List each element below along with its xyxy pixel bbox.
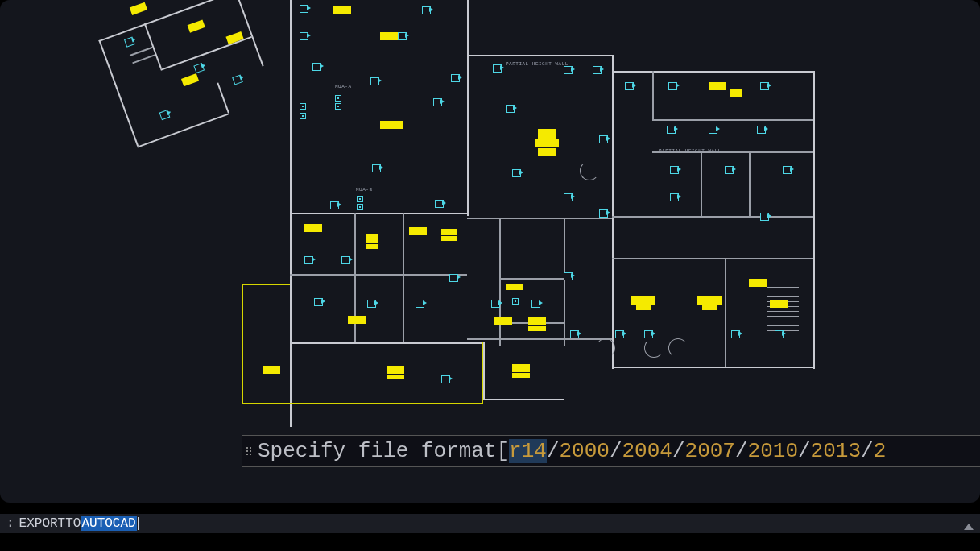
command-prompt-options[interactable]: Specify file format [ r14 / 2000 / 2004 …: [242, 435, 980, 467]
bracket-open: [: [496, 439, 509, 463]
camera-icon: [783, 166, 794, 172]
camera-icon: [367, 300, 378, 306]
camera-icon: [372, 164, 383, 171]
camera-icon: [493, 64, 504, 71]
label-mua-b: MUA-B: [356, 187, 373, 193]
option-more[interactable]: 2: [874, 439, 887, 463]
camera-icon: [416, 300, 427, 306]
command-autocomplete[interactable]: AUTOCAD: [81, 516, 136, 531]
camera-icon: [615, 330, 626, 337]
camera-icon: [491, 300, 502, 306]
camera-icon: [593, 66, 604, 72]
camera-icon: [564, 193, 575, 200]
label-mua-a: MUA-A: [335, 84, 352, 89]
command-typed: EXPORTTO: [19, 516, 81, 531]
grip-icon[interactable]: [246, 447, 253, 455]
drawing-viewport[interactable]: PARTIAL HEIGHT WALL PARTIAL HEIGHT WALL …: [0, 0, 980, 503]
fixture: [535, 139, 559, 147]
option-2010[interactable]: 2010: [748, 439, 798, 463]
fixture: [702, 305, 717, 310]
fixture: [538, 148, 556, 156]
camera-icon: [398, 32, 409, 39]
fixture: [512, 364, 530, 372]
text-caret: [138, 517, 139, 530]
camera-icon: [193, 62, 206, 72]
fixture: [348, 316, 366, 324]
camera-icon: [441, 375, 453, 382]
fixture: [304, 224, 322, 232]
camera-icon: [564, 66, 575, 72]
scroll-up-icon[interactable]: [964, 524, 974, 530]
command-prefix: :: [6, 516, 14, 531]
fixture: [380, 32, 398, 40]
fixture: [636, 305, 651, 310]
sensor-icon: [300, 103, 306, 110]
fixture: [366, 234, 378, 243]
camera-icon: [506, 105, 517, 111]
fixture: [631, 296, 655, 304]
camera-icon: [370, 77, 382, 84]
camera-icon: [341, 256, 353, 263]
fixture: [387, 375, 404, 379]
camera-icon: [725, 166, 736, 172]
camera-icon: [449, 274, 461, 280]
camera-icon: [531, 300, 543, 306]
sensor-icon: [357, 204, 363, 210]
sensor-icon: [357, 196, 363, 202]
sensor-icon: [300, 113, 306, 119]
option-r14[interactable]: r14: [509, 439, 547, 463]
camera-icon: [644, 330, 655, 337]
camera-icon: [451, 74, 462, 81]
camera-icon: [625, 82, 636, 89]
camera-icon: [330, 201, 341, 208]
camera-icon: [757, 126, 768, 132]
label-partial-height-wall-2: PARTIAL HEIGHT WALL: [659, 148, 722, 154]
label-partial-height-wall: PARTIAL HEIGHT WALL: [506, 61, 569, 67]
fixture: [770, 300, 788, 308]
fixture: [749, 279, 767, 287]
fixture: [528, 317, 546, 325]
camera-icon: [731, 330, 742, 337]
camera-icon: [670, 166, 681, 172]
camera-icon: [709, 126, 720, 132]
fixture: [538, 129, 556, 139]
camera-icon: [570, 330, 581, 337]
fixture: [709, 82, 726, 90]
camera-icon: [300, 32, 311, 39]
command-line[interactable]: : EXPORTTOAUTOCAD: [0, 514, 980, 533]
sensor-icon: [335, 95, 341, 102]
fixture: [441, 236, 457, 241]
fixture: [366, 244, 378, 249]
floorplan-canvas[interactable]: PARTIAL HEIGHT WALL PARTIAL HEIGHT WALL …: [0, 0, 980, 503]
option-2007[interactable]: 2007: [685, 439, 735, 463]
prompt-text: Specify file format: [258, 439, 496, 463]
fixture: [441, 229, 457, 235]
camera-icon: [435, 200, 446, 206]
option-2013[interactable]: 2013: [811, 439, 861, 463]
fixture: [409, 227, 427, 235]
camera-icon: [564, 272, 575, 279]
camera-icon: [159, 109, 172, 118]
camera-icon: [124, 35, 137, 45]
camera-icon: [300, 5, 311, 11]
camera-icon: [760, 82, 771, 89]
camera-icon: [599, 135, 610, 142]
camera-icon: [670, 193, 681, 200]
option-2000[interactable]: 2000: [559, 439, 609, 463]
camera-icon: [312, 63, 324, 69]
fixture: [333, 6, 351, 14]
fixture: [730, 89, 742, 97]
fixture: [697, 296, 722, 304]
camera-icon: [304, 256, 316, 263]
stairs: [767, 287, 799, 335]
camera-icon: [668, 82, 680, 89]
fixture: [387, 366, 404, 374]
camera-icon: [667, 126, 678, 132]
fixture: [528, 326, 546, 331]
sensor-icon: [335, 103, 341, 110]
camera-icon: [599, 209, 610, 216]
option-2004[interactable]: 2004: [622, 439, 672, 463]
fixture: [512, 373, 530, 378]
status-strip: [0, 533, 980, 551]
sensor-icon: [512, 298, 519, 304]
